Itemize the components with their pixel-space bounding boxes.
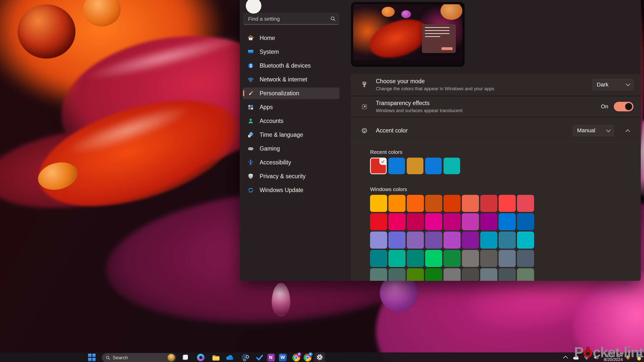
accent-section-expander[interactable] xyxy=(622,125,633,136)
recent-color-swatch[interactable] xyxy=(444,158,460,174)
windows-color-swatch[interactable] xyxy=(388,195,406,212)
windows-color-swatch[interactable] xyxy=(480,195,497,212)
sidebar-item-gaming[interactable]: Gaming xyxy=(243,143,339,154)
windows-color-swatch[interactable] xyxy=(444,250,461,267)
chrome-profile1-button[interactable]: B xyxy=(292,353,301,362)
windows-color-swatch[interactable] xyxy=(462,232,479,249)
windows-color-swatch[interactable] xyxy=(480,268,497,281)
windows-color-swatch[interactable] xyxy=(517,250,534,267)
windows-color-swatch[interactable] xyxy=(444,268,461,281)
windows-color-swatch[interactable] xyxy=(517,213,534,230)
sidebar-item-label: Accessibility xyxy=(260,159,291,166)
todo-button[interactable] xyxy=(255,353,264,362)
sidebar-item-network-internet[interactable]: Network & internet xyxy=(243,74,339,85)
windows-color-swatch[interactable] xyxy=(462,268,479,281)
steam-icon xyxy=(242,354,249,361)
steam-button[interactable] xyxy=(241,353,250,362)
windows-color-swatch[interactable] xyxy=(480,213,497,230)
sidebar-item-system[interactable]: System xyxy=(243,46,339,58)
windows-color-swatch[interactable] xyxy=(425,268,442,281)
choose-mode-row: Choose your mode Change the colors that … xyxy=(351,74,640,95)
windows-color-swatch[interactable] xyxy=(388,213,406,230)
recent-color-swatch[interactable] xyxy=(370,158,387,174)
file-explorer-button[interactable] xyxy=(211,353,220,362)
windows-color-swatch[interactable] xyxy=(407,250,424,267)
onedrive-cloud-icon xyxy=(226,354,234,360)
windows-color-swatch[interactable] xyxy=(388,232,406,249)
windows-color-swatch[interactable] xyxy=(499,213,516,230)
windows-color-swatch[interactable] xyxy=(462,250,479,267)
windows-color-swatch[interactable] xyxy=(370,213,387,230)
windows-color-swatch[interactable] xyxy=(388,268,406,281)
recent-color-swatch[interactable] xyxy=(425,158,442,174)
bluetooth-icon xyxy=(247,62,254,69)
windows-color-swatch[interactable] xyxy=(499,268,516,281)
search-icon xyxy=(106,355,110,360)
sidebar-item-bluetooth-devices[interactable]: Bluetooth & devices xyxy=(243,60,339,71)
windows-color-swatch[interactable] xyxy=(370,250,387,267)
word-button[interactable]: W xyxy=(278,353,287,362)
windows-color-swatch[interactable] xyxy=(499,250,516,267)
transparency-state-label: On xyxy=(601,103,608,110)
sidebar-item-time-language[interactable]: Time & language xyxy=(243,129,339,141)
windows-color-swatch[interactable] xyxy=(462,195,479,212)
taskbar: Search N xyxy=(0,352,644,362)
windows-color-swatch[interactable] xyxy=(462,213,479,230)
windows-update-icon xyxy=(247,187,254,194)
sidebar-item-privacy-security[interactable]: Privacy & security xyxy=(243,170,339,182)
start-button[interactable] xyxy=(87,353,96,362)
windows-color-swatch[interactable] xyxy=(499,195,516,212)
mode-dropdown[interactable]: Dark xyxy=(592,79,633,90)
windows-color-swatch[interactable] xyxy=(370,232,387,249)
tray-hidden-icons-button[interactable] xyxy=(561,353,570,362)
windows-color-swatch[interactable] xyxy=(425,195,442,212)
sidebar-item-accessibility[interactable]: Accessibility xyxy=(243,157,339,168)
sidebar-item-accounts[interactable]: Accounts xyxy=(243,115,339,127)
windows-color-swatch[interactable] xyxy=(407,195,424,212)
onenote-button[interactable]: N xyxy=(266,353,275,362)
recent-color-swatch[interactable] xyxy=(388,158,405,174)
sidebar-item-label: Accounts xyxy=(260,118,284,124)
settings-gear-icon xyxy=(316,354,323,361)
search-input[interactable] xyxy=(248,16,330,22)
sidebar-item-windows-update[interactable]: Windows Update xyxy=(243,184,339,196)
sidebar-item-home[interactable]: Home xyxy=(243,32,339,44)
settings-app-button[interactable] xyxy=(314,352,325,362)
windows-color-swatch[interactable] xyxy=(425,250,442,267)
windows-color-swatch[interactable] xyxy=(444,232,461,249)
taskbar-search[interactable]: Search xyxy=(102,353,176,362)
windows-color-swatch[interactable] xyxy=(425,213,442,230)
windows-color-swatch[interactable] xyxy=(517,268,534,281)
windows-color-swatch[interactable] xyxy=(407,232,424,249)
windows-color-swatch[interactable] xyxy=(480,250,497,267)
task-view-button[interactable] xyxy=(181,353,190,362)
sidebar-item-personalization[interactable]: Personalization xyxy=(243,87,339,99)
windows-color-swatch[interactable] xyxy=(425,232,442,249)
sidebar-item-label: Windows Update xyxy=(260,187,303,194)
copilot-button[interactable] xyxy=(196,353,205,362)
accent-mode-dropdown[interactable]: Manual xyxy=(573,125,614,136)
recent-color-swatch[interactable] xyxy=(407,158,423,174)
choose-mode-subtitle: Change the colors that appear in Windows… xyxy=(376,86,494,92)
windows-color-swatch[interactable] xyxy=(370,195,387,212)
preview-taskbar-mock xyxy=(353,60,462,65)
find-setting-searchbox[interactable] xyxy=(243,13,339,25)
windows-color-swatch[interactable] xyxy=(499,232,516,249)
windows-color-swatch[interactable] xyxy=(517,232,534,249)
windows-color-swatch[interactable] xyxy=(407,213,424,230)
chrome-profile2-button[interactable]: B xyxy=(303,353,312,362)
sidebar-item-apps[interactable]: Apps xyxy=(243,101,339,113)
transparency-row: Transparency effects Windows and surface… xyxy=(351,97,640,116)
windows-color-swatch[interactable] xyxy=(388,250,406,267)
windows-colors-grid xyxy=(370,195,625,281)
windows-color-swatch[interactable] xyxy=(517,195,534,212)
onedrive-button[interactable] xyxy=(225,353,234,362)
windows-color-swatch[interactable] xyxy=(444,195,461,212)
copilot-icon xyxy=(197,354,205,361)
windows-color-swatch[interactable] xyxy=(444,213,461,230)
transparency-toggle[interactable] xyxy=(614,102,633,111)
sidebar-item-label: Gaming xyxy=(260,145,280,152)
windows-color-swatch[interactable] xyxy=(407,268,424,281)
windows-color-swatch[interactable] xyxy=(480,232,497,249)
windows-color-swatch[interactable] xyxy=(370,268,387,281)
